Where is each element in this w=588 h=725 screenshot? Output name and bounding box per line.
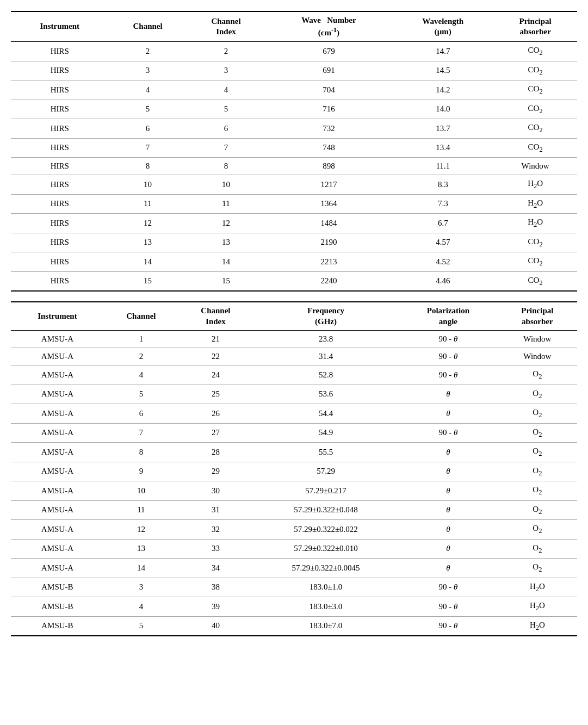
table-row: AMSU-A22231.490 - θWindow [11, 348, 577, 365]
table-cell: 2213 [265, 252, 393, 272]
table-cell: O2 [498, 443, 577, 462]
table-cell: HIRS [11, 61, 109, 80]
table-cell: O2 [498, 385, 577, 404]
table-cell: 8 [104, 443, 178, 462]
col-polarization: Polarizationangle [399, 302, 498, 331]
table-cell: O2 [498, 539, 577, 559]
table-cell: 679 [265, 42, 393, 61]
table-cell: HIRS [11, 214, 109, 233]
table-row: HIRS2267914.7CO2 [11, 42, 577, 61]
table-cell: 31 [178, 500, 253, 520]
table-cell: 1364 [265, 194, 393, 214]
table-cell: 183.0±1.0 [253, 578, 399, 597]
table-cell: AMSU-A [11, 443, 104, 462]
table-cell: O2 [498, 365, 577, 385]
table-row: AMSU-A103057.29±0.217θO2 [11, 481, 577, 501]
table-cell: 33 [178, 539, 253, 559]
table-cell: O2 [498, 500, 577, 520]
table-cell: 10 [109, 175, 187, 195]
table-cell: 183.0±7.0 [253, 616, 399, 636]
table-cell: 34 [178, 559, 253, 578]
table-cell: 704 [265, 80, 393, 100]
table-cell: θ [399, 539, 498, 559]
table-row: AMSU-A12123.890 - θWindow [11, 331, 577, 348]
table-cell: 90 - θ [399, 365, 498, 385]
table-cell: 52.8 [253, 365, 399, 385]
table-cell: 5 [109, 100, 187, 119]
table-cell: θ [399, 520, 498, 540]
table-cell: 13 [187, 233, 265, 252]
table-cell: 54.9 [253, 423, 399, 443]
table-cell: 13 [104, 539, 178, 559]
table-row: HIRS8889811.1Window [11, 158, 577, 175]
col-channel-index-2: ChannelIndex [178, 302, 253, 331]
table-cell: 4 [104, 597, 178, 617]
table-row: HIRS151522404.46CO2 [11, 271, 577, 291]
col-channel-1: Channel [109, 11, 187, 42]
table-cell: 3 [187, 61, 265, 80]
col-frequency: Frequency(GHz) [253, 302, 399, 331]
table-cell: CO2 [493, 42, 577, 61]
table-cell: O2 [498, 559, 577, 578]
amsu-table: Instrument Channel ChannelIndex Frequenc… [11, 301, 577, 636]
table-cell: AMSU-A [11, 348, 104, 365]
table-cell: CO2 [493, 233, 577, 252]
table-cell: 6.7 [392, 214, 493, 233]
table-cell: 6 [187, 119, 265, 139]
table-cell: 5 [187, 100, 265, 119]
table-cell: 57.29±0.322±0.048 [253, 500, 399, 520]
table-cell: AMSU-A [11, 423, 104, 443]
col-instrument-2: Instrument [11, 302, 104, 331]
table-cell: 30 [178, 481, 253, 501]
table-cell: 57.29±0.322±0.022 [253, 520, 399, 540]
table-cell: 24 [178, 365, 253, 385]
table-cell: 183.0±3.0 [253, 597, 399, 617]
table-cell: 90 - θ [399, 348, 498, 365]
table-cell: 7.3 [392, 194, 493, 214]
table-cell: 90 - θ [399, 331, 498, 348]
table-cell: CO2 [493, 119, 577, 139]
table-row: AMSU-A133357.29±0.322±0.010θO2 [11, 539, 577, 559]
table-cell: O2 [498, 423, 577, 443]
table-cell: 691 [265, 61, 393, 80]
table-cell: 4 [187, 80, 265, 100]
table-cell: AMSU-A [11, 385, 104, 404]
table-cell: HIRS [11, 175, 109, 195]
table-cell: 53.6 [253, 385, 399, 404]
table-cell: 1484 [265, 214, 393, 233]
table-cell: 14 [104, 559, 178, 578]
table-cell: 7 [109, 138, 187, 158]
hirs-table: Instrument Channel ChannelIndex Wave Num… [11, 11, 577, 292]
table-row: AMSU-A62654.4θO2 [11, 404, 577, 424]
table-cell: H2O [498, 597, 577, 617]
table-cell: 6 [109, 119, 187, 139]
table-cell: 26 [178, 404, 253, 424]
table-cell: Window [498, 331, 577, 348]
table-cell: 38 [178, 578, 253, 597]
table-cell: θ [399, 481, 498, 501]
table-cell: HIRS [11, 271, 109, 291]
table-cell: CO2 [493, 100, 577, 119]
table-cell: 40 [178, 616, 253, 636]
col-instrument-1: Instrument [11, 11, 109, 42]
table-cell: 2 [104, 348, 178, 365]
table-cell: Window [493, 158, 577, 175]
table-cell: 3 [104, 578, 178, 597]
table-cell: HIRS [11, 252, 109, 272]
table-cell: HIRS [11, 119, 109, 139]
table-cell: H2O [498, 578, 577, 597]
table-cell: 39 [178, 597, 253, 617]
table-cell: 11 [109, 194, 187, 214]
table-row: AMSU-A123257.29±0.322±0.022θO2 [11, 520, 577, 540]
table-cell: 6 [104, 404, 178, 424]
table-cell: 4.46 [392, 271, 493, 291]
table-cell: 21 [178, 331, 253, 348]
table-cell: 29 [178, 462, 253, 481]
table-cell: CO2 [493, 271, 577, 291]
table-cell: 55.5 [253, 443, 399, 462]
table-cell: 90 - θ [399, 578, 498, 597]
table-cell: 7 [187, 138, 265, 158]
table-cell: AMSU-A [11, 559, 104, 578]
table-cell: AMSU-A [11, 481, 104, 501]
table-cell: 15 [187, 271, 265, 291]
